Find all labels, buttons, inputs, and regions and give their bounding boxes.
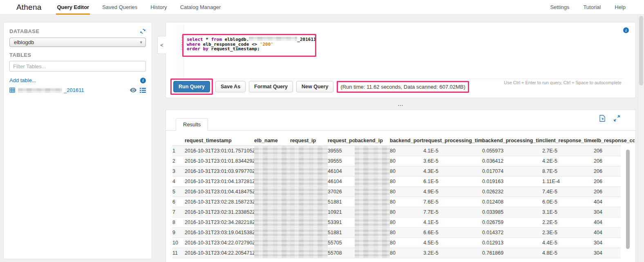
cell-elb_name: [254, 197, 290, 207]
tab-query-editor[interactable]: Query Editor: [50, 0, 96, 15]
cell-elb_name: [254, 248, 290, 258]
collapse-chevron-icon: <: [160, 42, 163, 48]
nav-link-settings[interactable]: Settings: [543, 4, 576, 10]
cell-request_processing_time: 3.2E-5: [423, 248, 482, 258]
results-scrollbar-thumb[interactable]: [626, 150, 630, 249]
redacted-value: [290, 248, 328, 258]
cell-elb_name: [254, 238, 290, 248]
cell-n: 11: [172, 248, 185, 258]
cell-request_processing_time: 4.9E-5: [423, 187, 482, 197]
table-properties-icon[interactable]: [140, 88, 146, 93]
redacted-value: [355, 238, 390, 248]
cell-backend_processing_time: 0.036412: [482, 156, 542, 166]
save-as-button[interactable]: Save As: [215, 81, 246, 92]
cell-request_ip: [290, 177, 328, 186]
cell-request_timestamp: 2016-10-31T23:01:04.137281Z: [185, 177, 254, 186]
page-scrollbar-thumb[interactable]: [639, 16, 643, 85]
tab-history[interactable]: History: [144, 0, 173, 15]
table-row: 102016-10-31T23:04:22.072790Z55705804.5E…: [172, 238, 621, 248]
redacted-value: [254, 156, 290, 166]
editor-button-row: Run Query Save As Format Query New Query…: [170, 78, 469, 95]
table-grid-icon: [9, 87, 15, 93]
cell-elb_name: [254, 177, 290, 186]
cell-elb_name: [254, 166, 290, 176]
redacted-value: [290, 238, 328, 248]
cell-backend_port: 80: [390, 217, 423, 227]
cell-request_timestamp: 2016-10-31T23:01:03.979770Z: [185, 166, 254, 176]
format-query-button[interactable]: Format Query: [249, 81, 293, 92]
panel-splitter[interactable]: ...: [165, 101, 636, 107]
table-list-item[interactable]: _201611: [9, 87, 146, 93]
cell-backend_port: 80: [390, 166, 423, 176]
cell-client_response_time: 4.2E-5: [542, 156, 594, 166]
cell-backend_processing_time: 0.012408: [482, 197, 542, 207]
redacted-value: [290, 187, 328, 197]
preview-eye-icon[interactable]: [130, 88, 136, 92]
column-header-request_port: request_port: [328, 135, 355, 146]
cell-elb_name: [254, 146, 290, 156]
tab-catalog-manager[interactable]: Catalog Manager: [174, 0, 228, 15]
cell-request_port: 46104: [328, 177, 355, 186]
column-header-elb_response_code: elb_response_code: [594, 135, 635, 146]
nav-link-tutorial[interactable]: Tutorial: [576, 4, 608, 10]
info-icon[interactable]: i: [140, 78, 146, 83]
cell-request_port: 53391: [328, 217, 355, 227]
tab-saved-queries[interactable]: Saved Queries: [96, 0, 144, 15]
new-query-button[interactable]: New Query: [296, 81, 333, 92]
redacted-value: [290, 217, 328, 227]
column-header-elb_name: elb_name: [254, 135, 290, 146]
refresh-icon[interactable]: [140, 28, 146, 34]
query-editor-panel: < i 123 select * from elblogdb._201611wh…: [165, 22, 636, 98]
cell-elb_name: [254, 217, 290, 227]
cell-request_port: 37026: [328, 187, 355, 197]
redacted-value: [290, 166, 328, 176]
cell-backend_port: 80: [390, 248, 423, 258]
cell-backend_ip: [355, 197, 390, 207]
column-header-backend_processing_time: backend_processing_time: [482, 135, 542, 146]
results-panel: Results request_timestampelb_namerequest…: [165, 110, 636, 262]
cell-backend_port: 80: [390, 228, 423, 237]
cell-n: 8: [172, 217, 185, 227]
cell-backend_processing_time: 0.761869: [482, 248, 542, 258]
cell-elb_name: [254, 228, 290, 237]
cell-request_timestamp: 2016-10-31T23:02:34.282218Z: [185, 217, 254, 227]
nav-link-help[interactable]: Help: [608, 4, 633, 10]
page-scrollbar-track: [638, 15, 644, 262]
redacted-value: [254, 197, 290, 207]
cell-request_ip: [290, 156, 328, 166]
collapse-sidebar-button[interactable]: <: [157, 36, 166, 54]
cell-request_timestamp: 2016-10-31T23:01:01.757105Z: [185, 146, 254, 156]
run-query-button[interactable]: Run Query: [173, 81, 210, 92]
tables-heading: TABLES: [9, 52, 146, 58]
cell-request_ip: [290, 187, 328, 197]
cell-request_ip: [290, 217, 328, 227]
table-row: 12016-10-31T23:01:01.757105Z39555804.1E-…: [172, 146, 621, 156]
redacted-value: [290, 156, 328, 166]
cell-backend_ip: [355, 177, 390, 186]
cell-request_timestamp: 2016-10-31T23:02:28.158723Z: [185, 197, 254, 207]
database-select[interactable]: elblogdb ▾: [9, 38, 146, 47]
cell-request_port: 10921: [328, 207, 355, 217]
cell-request_port: 39555: [328, 146, 355, 156]
cell-n: 9: [172, 228, 185, 237]
cell-request_timestamp: 2016-10-31T23:04:22.072790Z: [185, 238, 254, 248]
cell-request_port: 51881: [328, 197, 355, 207]
column-header-backend_port: backend_port: [390, 135, 423, 146]
table-row: 112016-10-31T23:04:22.205471Z55708803.2E…: [172, 248, 621, 258]
filter-tables-input[interactable]: [9, 61, 146, 72]
cell-request_port: 39555: [328, 156, 355, 166]
cell-n: 6: [172, 197, 185, 207]
add-table-link[interactable]: Add table...: [9, 77, 36, 83]
editor-info-icon[interactable]: i: [623, 27, 629, 33]
sql-editor[interactable]: 123 select * from elblogdb._201611where …: [176, 25, 623, 79]
cell-request_port: 55708: [328, 248, 355, 258]
cell-request_processing_time: 7.7E-5: [423, 207, 482, 217]
cell-request_timestamp: 2016-10-31T23:01:04.418475Z: [185, 187, 254, 197]
redacted-value: [355, 207, 390, 217]
redacted-value: [355, 228, 390, 237]
cell-request_ip: [290, 238, 328, 248]
tab-results[interactable]: Results: [176, 118, 208, 131]
cell-client_response_time: 1.11E-4: [542, 177, 594, 186]
cell-client_response_time: 2.3E-5: [542, 228, 594, 237]
table-row: 62016-10-31T23:02:28.158723Z51881807.6E-…: [172, 197, 621, 207]
